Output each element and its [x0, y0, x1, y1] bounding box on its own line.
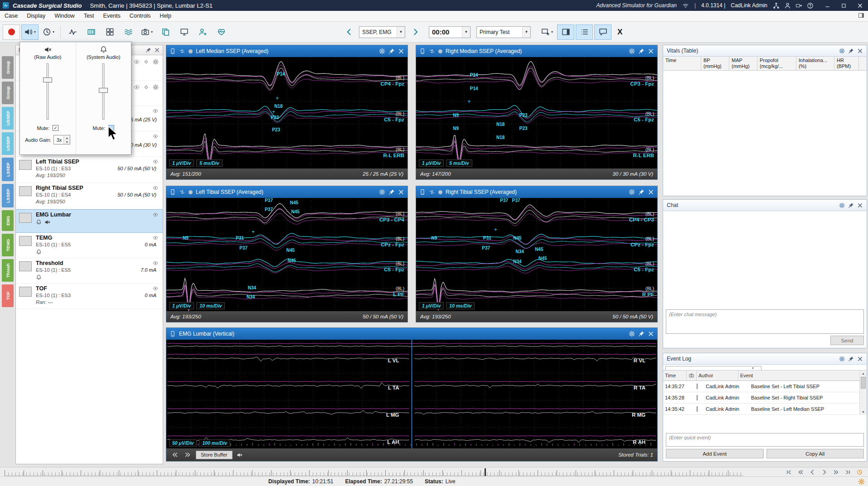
group-tab-lssep[interactable]: LSSEP	[2, 158, 14, 181]
send-button[interactable]: Send	[830, 336, 864, 345]
group-tab-tof[interactable]: TOF	[2, 284, 14, 307]
live-clock-button[interactable]	[854, 468, 864, 476]
user-icon[interactable]	[784, 2, 791, 9]
test-row-tof[interactable]: TOFES-10 (1) : ES30 mARan: ---	[16, 284, 163, 309]
column-snapshot[interactable]	[687, 371, 697, 380]
page-last-button[interactable]	[183, 451, 192, 458]
vitals-column-map[interactable]: MAP(mmHg)	[729, 57, 757, 70]
gear-icon[interactable]	[379, 189, 385, 195]
gear-icon[interactable]	[629, 189, 635, 195]
menu-help[interactable]: Help	[155, 11, 176, 21]
close-icon[interactable]	[398, 48, 404, 54]
panel-header[interactable]: Right Median SSEP (Averaged)	[416, 45, 657, 57]
group-tab-ussep[interactable]: USSEP	[2, 132, 14, 155]
eye-icon[interactable]	[152, 286, 159, 291]
pin-icon[interactable]	[638, 189, 645, 195]
column-event[interactable]: Event	[738, 371, 860, 380]
pin-icon[interactable]	[848, 48, 854, 54]
spin-up-icon[interactable]: ▲	[64, 136, 70, 140]
gear-icon[interactable]	[379, 48, 385, 54]
snapshot-checkbox[interactable]	[697, 395, 698, 400]
pin-icon[interactable]	[145, 47, 151, 53]
group-tab-emg[interactable]: EMG	[2, 210, 14, 231]
eye-icon[interactable]	[152, 159, 159, 164]
eye-icon[interactable]	[152, 108, 159, 114]
minimize-button[interactable]	[819, 0, 835, 11]
close-icon[interactable]	[648, 331, 654, 337]
timeline-playhead[interactable]	[485, 468, 486, 476]
snapshot-checkbox[interactable]	[697, 384, 698, 389]
eye-icon[interactable]	[152, 185, 159, 191]
column-time[interactable]: Time	[663, 371, 687, 380]
history-button[interactable]: ▾	[40, 24, 57, 40]
group-tab-ussep[interactable]: USSEP	[2, 107, 14, 130]
test-row-emg-lumbar[interactable]: EMG Lumbar	[16, 209, 163, 233]
menu-test[interactable]: Test	[79, 11, 99, 21]
scroll-up-icon[interactable]: ▲	[860, 371, 867, 376]
timeline-tool-button[interactable]	[82, 24, 100, 40]
close-icon[interactable]	[857, 48, 863, 54]
menubar-expand-icon[interactable]	[858, 12, 864, 20]
panel-header[interactable]: Left Tibial SSEP (Averaged)	[166, 186, 407, 198]
add-user-button[interactable]	[194, 24, 211, 40]
remote-view-button[interactable]	[175, 24, 193, 40]
menu-events[interactable]: Events	[99, 11, 125, 21]
next-test-button[interactable]	[407, 24, 424, 40]
pin-icon[interactable]	[638, 331, 645, 337]
pin-icon[interactable]	[388, 189, 395, 195]
close-icon[interactable]	[154, 47, 160, 53]
gear-icon[interactable]	[839, 356, 845, 362]
add-screen-button[interactable]: ▾	[538, 24, 556, 40]
column-author[interactable]: Author	[697, 371, 738, 380]
vitals-button[interactable]	[213, 24, 230, 40]
vitals-column-hr[interactable]: HR(BPM)	[834, 57, 859, 70]
menu-display[interactable]: Display	[22, 11, 50, 21]
waveform-area[interactable]: (BL)CP4 - CP3(BL)CPz - Fpz(BL)C5 - Fpz(B…	[416, 198, 657, 311]
page-first-button[interactable]	[170, 451, 179, 458]
record-button[interactable]	[3, 24, 20, 40]
pin-icon[interactable]	[848, 202, 854, 208]
close-icon[interactable]	[857, 356, 863, 362]
vitals-column-propofol[interactable]: Propofol(mcg/kg/...	[757, 57, 796, 70]
close-icon[interactable]	[398, 189, 404, 195]
pin-icon[interactable]	[388, 48, 395, 54]
vitals-column-bp[interactable]: BP(mmHg)	[701, 57, 729, 70]
help-icon[interactable]	[807, 2, 814, 9]
slider-thumb[interactable]	[99, 88, 108, 93]
test-row-threshold[interactable]: ThresholdES-10 (1) : ES57.0 mA	[16, 258, 163, 284]
gear-icon[interactable]	[629, 48, 635, 54]
snapshot-button[interactable]: ▾	[138, 24, 155, 40]
system-audio-slider[interactable]	[98, 63, 108, 120]
pulse-tool-button[interactable]	[64, 24, 81, 40]
panel-header[interactable]: EMG Lumbar (Vertical)	[166, 328, 657, 340]
test-row-right-tibial-ssep[interactable]: Right Tibial SSEPES-10 (1) : ES450 / 50 …	[16, 183, 163, 209]
quick-event-input[interactable]	[666, 433, 864, 447]
settings-gear-icon[interactable]	[858, 478, 865, 485]
raw-mute-checkbox[interactable]: ✓	[53, 125, 58, 131]
group-tab-thresh[interactable]: Thresh	[2, 259, 14, 282]
test-select-combo[interactable]: SSEP, EMG▼	[359, 26, 405, 38]
group-tab-temg[interactable]: TEMG	[2, 234, 14, 256]
network-icon[interactable]	[773, 2, 780, 9]
event-log-row[interactable]: 14:35:28CadLink AdminBaseline Set - Righ…	[663, 392, 860, 404]
eye-icon[interactable]	[152, 260, 159, 266]
emg-waveform-area[interactable]: L VLL TAL MGL AHR VLR TAR MGR AH 50 μV/D…	[166, 340, 657, 448]
list-layout-button[interactable]	[576, 24, 593, 40]
chat-message-input[interactable]	[666, 309, 864, 334]
duplicate-button[interactable]	[157, 24, 174, 40]
waveform-area[interactable]: (BL)CP3 - Fpz(BL)C5 - Fpz(BL)R-L ERBP14P…	[416, 57, 657, 168]
spin-down-icon[interactable]: ▼	[64, 140, 70, 144]
test-row-left-tibial-ssep[interactable]: Left Tibial SSEPES-10 (1) : ES350 / 50 m…	[16, 157, 163, 183]
eye-icon[interactable]	[152, 134, 159, 139]
grid-layout-button[interactable]	[101, 24, 118, 40]
panel-header[interactable]: Left Median SSEP (Averaged)	[166, 45, 407, 57]
prev-test-button[interactable]	[340, 24, 358, 40]
close-test-button[interactable]: X	[613, 28, 627, 37]
close-window-button[interactable]	[852, 0, 868, 11]
store-buffer-button[interactable]: Store Buffer	[196, 451, 233, 459]
copy-all-button[interactable]: Copy All	[766, 449, 864, 458]
event-log-row[interactable]: 14:35:42CadLink AdminBaseline Set - Left…	[663, 404, 860, 415]
gear-icon[interactable]	[839, 48, 845, 54]
group-tab-lssep[interactable]: LSSEP	[2, 184, 14, 207]
step-forward-button[interactable]	[819, 468, 829, 476]
